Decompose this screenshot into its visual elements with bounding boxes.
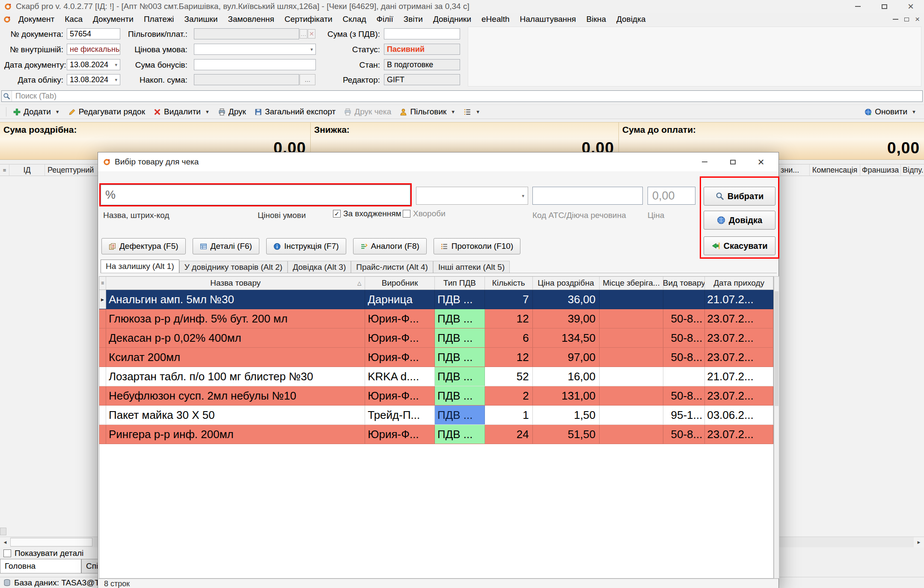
grid-header-franchise[interactable]: Франшиза [860, 164, 901, 176]
column-header-name[interactable]: Назва товару△ [106, 277, 365, 290]
defektura-button[interactable]: Дефектура (F5) [101, 238, 186, 254]
print-button[interactable]: Друк [215, 106, 250, 118]
menu-item-branches[interactable]: Філії [371, 14, 398, 25]
beneficiary-clear-button[interactable]: ✕ [308, 29, 315, 39]
product-name: Ксилат 200мл [106, 348, 365, 367]
beneficiary-browse-button[interactable]: … [300, 29, 307, 39]
refresh-button[interactable]: Оновити▼ [861, 106, 920, 118]
scroll-left-arrow[interactable]: ◄ [0, 537, 10, 547]
mdi-restore-button[interactable] [904, 18, 909, 21]
grid-header-id[interactable]: ІД [9, 164, 45, 176]
menu-item-document[interactable]: Документ [13, 14, 59, 25]
atc-code-input[interactable] [532, 187, 643, 205]
info-icon [273, 243, 281, 250]
doc-date-field[interactable]: 13.08.2024▾ [67, 59, 120, 70]
vertical-scrollbar[interactable] [774, 276, 779, 579]
price-condition-combo[interactable]: ▾ [194, 44, 316, 55]
column-header-price[interactable]: Ціна роздрібна [533, 277, 600, 290]
product-search-input[interactable] [101, 185, 410, 205]
details-button[interactable]: Деталі (F6) [193, 238, 259, 254]
beneficiary-button[interactable]: Пільговик▼ [396, 106, 459, 118]
accum-sum-field[interactable] [194, 74, 299, 85]
table-row[interactable]: Глюкоза р-р д/инф. 5% бут. 200 млЮрия-Ф.… [99, 309, 773, 328]
table-row[interactable]: Декасан р-р 0,02% 400млЮрия-Ф...ПДВ ...6… [99, 328, 773, 348]
column-header-vat[interactable]: Тип ПДВ [435, 277, 485, 290]
dialog-maximize-button[interactable] [719, 152, 747, 171]
menu-item-payments[interactable]: Платежі [139, 14, 179, 25]
menu-item-settings[interactable]: Налаштування [515, 14, 581, 25]
global-search-input[interactable] [12, 92, 922, 101]
table-row[interactable]: Ксилат 200млЮрия-Ф...ПДВ ...1297,0050-8.… [99, 348, 773, 367]
table-row[interactable]: Лозартан табл. п/о 100 мг блистер №30KRK… [99, 367, 773, 386]
edit-row-button[interactable]: Редагувати рядок [65, 106, 149, 118]
sum-vat-field[interactable] [384, 28, 460, 39]
column-header-kind[interactable]: Вид товару [663, 277, 705, 290]
mdi-minimize-button[interactable] [893, 19, 898, 20]
menu-item-orders[interactable]: Замовлення [223, 14, 279, 25]
tab-price-lists[interactable]: Прайс-листи (Alt 4) [351, 261, 433, 273]
minimize-button[interactable] [844, 0, 871, 13]
grid-header-discount[interactable]: зни... [779, 164, 810, 176]
protocols-button[interactable]: Протоколи (F10) [434, 238, 520, 254]
table-row[interactable]: ▸Анальгин амп. 5мл №30ДарницаПДВ ...736,… [99, 290, 773, 309]
menu-item-certificates[interactable]: Сертифікати [279, 14, 338, 25]
internal-number-field[interactable]: не фискальный [67, 44, 120, 55]
close-button[interactable]: × [897, 0, 924, 13]
table-row[interactable]: Рингера р-р инф. 200млЮрия-Ф...ПДВ ...24… [99, 425, 773, 444]
dialog-minimize-button[interactable] [690, 152, 719, 171]
instruction-button[interactable]: Інструкція (F7) [266, 238, 346, 254]
menu-item-warehouse[interactable]: Склад [338, 14, 371, 25]
tab-product-directory[interactable]: У довіднику товарів (Alt 2) [179, 261, 288, 273]
mdi-close-button[interactable]: × [915, 15, 920, 24]
print-receipt-button[interactable]: Друк чека [341, 106, 395, 118]
table-row[interactable]: Небуфлюзон сусп. 2мл небулы №10Юрия-Ф...… [99, 386, 773, 406]
price-filter-input[interactable] [648, 187, 695, 205]
grid-header-dispense[interactable]: Відпу... [901, 164, 924, 176]
add-button[interactable]: Додати▼ [10, 106, 63, 118]
analogs-button[interactable]: Аналоги (F8) [353, 238, 427, 254]
diseases-option[interactable]: Хвороби [403, 209, 446, 218]
beneficiary-field[interactable] [194, 28, 299, 39]
retail-price: 16,00 [533, 367, 600, 386]
menu-item-documents[interactable]: Документи [88, 14, 139, 25]
tab-other-pharmacies[interactable]: Інші аптеки (Alt 5) [433, 261, 510, 273]
table-row[interactable]: Пакет майка 30 Х 50Трейд-П...ПДВ ...11,5… [99, 406, 773, 425]
bonus-sum-field[interactable] [194, 59, 316, 70]
by-occurrence-option[interactable]: ✓ За входженням [333, 209, 401, 218]
column-header-manufacturer[interactable]: Виробник [365, 277, 435, 290]
tab-reference[interactable]: Довідка (Alt 3) [288, 261, 351, 273]
scroll-right-arrow[interactable]: ► [914, 537, 924, 547]
menu-item-directories[interactable]: Довідники [428, 14, 476, 25]
menu-item-windows[interactable]: Вікна [581, 14, 611, 25]
select-button[interactable]: Вибрати [704, 187, 775, 206]
reference-button[interactable]: Довідка [704, 211, 775, 230]
menu-item-help[interactable]: Довідка [611, 14, 651, 25]
cancel-button[interactable]: Скасувати [704, 236, 775, 255]
by-occurrence-checkbox[interactable]: ✓ [333, 210, 341, 218]
show-details-checkbox[interactable] [3, 549, 11, 557]
scrollbar-thumb[interactable] [775, 291, 778, 406]
scrollbar-thumb[interactable] [10, 538, 92, 546]
column-header-arrival[interactable]: Дата приходу [705, 277, 773, 290]
maximize-button[interactable] [871, 0, 897, 13]
column-header-quantity[interactable]: Кількість [485, 277, 533, 290]
list-view-button[interactable]: ▼ [461, 107, 484, 117]
vat-type: ПДВ ... [435, 290, 485, 309]
row-marker: ▸ [99, 290, 106, 309]
delete-button[interactable]: Видалити▼ [150, 106, 213, 118]
grid-header-compensation[interactable]: Компенсація [810, 164, 860, 176]
menu-item-ehealth[interactable]: eHealth [476, 14, 515, 25]
tab-in-stock[interactable]: На залишку (Alt 1) [101, 260, 179, 273]
dialog-close-button[interactable]: × [747, 152, 775, 171]
column-header-storage[interactable]: Місце зберіга... [600, 277, 664, 290]
menu-item-stock[interactable]: Залишки [179, 14, 223, 25]
diseases-checkbox[interactable] [403, 210, 410, 218]
record-date-field[interactable]: 13.08.2024▾ [67, 74, 120, 85]
menu-item-reports[interactable]: Звіти [398, 14, 428, 25]
doc-number-field[interactable]: 57654 [67, 28, 120, 39]
accum-sum-browse-button[interactable]: … [300, 74, 315, 85]
price-terms-combo[interactable]: ▾ [416, 187, 528, 205]
tab-main[interactable]: Головна [0, 559, 81, 573]
general-export-button[interactable]: Загальний експорт [251, 106, 339, 118]
menu-item-kasa[interactable]: Каса [59, 14, 88, 25]
